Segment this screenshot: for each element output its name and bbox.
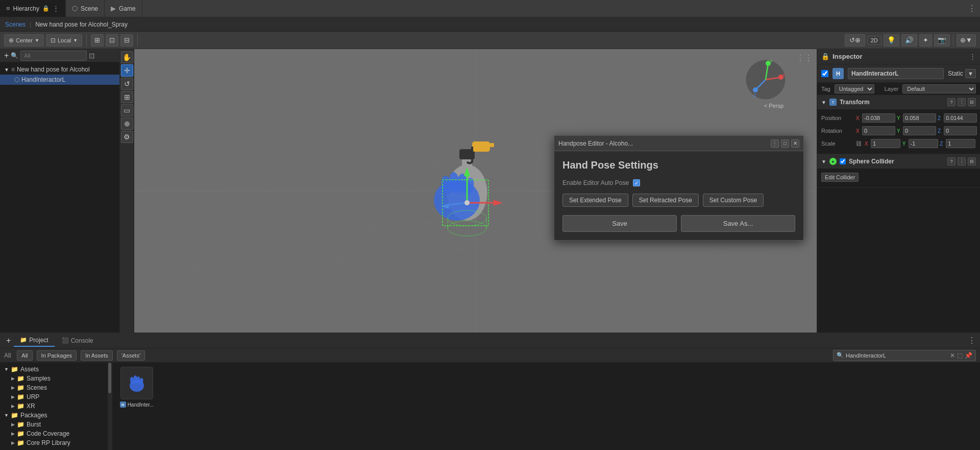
handpose-maximize-btn[interactable]: □	[781, 139, 789, 148]
pos-x-input[interactable]	[862, 113, 895, 123]
scroll-indicator[interactable]	[108, 363, 112, 450]
local-dropdown[interactable]: ⊡ Local ▼	[46, 34, 82, 46]
handpose-menu-btn[interactable]: ⋮	[771, 139, 779, 148]
tree-item-urp[interactable]: ▶ 📁 URP	[0, 392, 112, 401]
pos-z-input[interactable]	[944, 113, 977, 123]
object-name-input[interactable]	[848, 68, 944, 79]
scale-link-icon[interactable]: ⛓	[856, 140, 863, 147]
static-dropdown[interactable]: ▼	[965, 69, 976, 78]
tab-game[interactable]: ▶ Game	[105, 0, 142, 17]
custom-tool-btn[interactable]: ⚙	[121, 131, 133, 143]
project-search-input[interactable]	[846, 352, 948, 359]
menu-icon-hierarchy[interactable]: ⋮	[53, 5, 59, 12]
tree-item-scenes[interactable]: ▶ 📁 Scenes	[0, 383, 112, 392]
inspector-menu-icon[interactable]: ⋮	[969, 53, 976, 60]
search-pin-btn[interactable]: 📌	[965, 352, 972, 359]
scale-z-input[interactable]	[946, 139, 975, 148]
scene-tab-label: Scene	[81, 5, 98, 12]
scene-options-icon[interactable]: ⋮⋮	[796, 53, 813, 63]
collider-more[interactable]: ⊟	[968, 157, 976, 165]
tab-console[interactable]: ⬛ Console	[56, 335, 100, 346]
set-custom-pose-btn[interactable]: Set Custom Pose	[703, 194, 764, 207]
rect-tool-btn[interactable]: ▭	[121, 104, 133, 116]
tree-item-coverage[interactable]: ▶ 📁 Code Coverage	[0, 429, 112, 438]
grid-toggle[interactable]: ⊞	[91, 34, 104, 46]
asset-preview-svg	[124, 370, 150, 396]
collider-collapse: ▼	[821, 159, 826, 164]
tab-hierarchy[interactable]: ≡ Hierarchy 🔒 ⋮	[0, 0, 66, 17]
scale-x-input[interactable]	[871, 139, 900, 148]
toolbar-sep3	[953, 34, 953, 46]
tag-select[interactable]: Untagged	[835, 84, 874, 93]
bottom-menu-icon[interactable]: ⋮	[968, 336, 976, 345]
lock-inspector-icon[interactable]: 🔒	[821, 53, 829, 60]
add-bottom-btn[interactable]: +	[4, 336, 13, 345]
layer-select[interactable]: Default	[902, 84, 976, 93]
rot-z-input[interactable]	[944, 126, 977, 135]
audio-btn[interactable]: 🔊	[901, 34, 917, 46]
move-tool-btn[interactable]: ✛	[121, 64, 133, 77]
tree-item-xr[interactable]: ▶ 📁 XR	[0, 401, 112, 411]
asset-item-handinteractor[interactable]: H HandInter...	[116, 367, 157, 446]
snap-settings[interactable]: ⊡	[106, 34, 118, 46]
collider-help[interactable]: ?	[947, 157, 955, 165]
search-filter-assets[interactable]: In Assets	[81, 350, 113, 361]
hierarchy-search-input[interactable]	[20, 51, 87, 61]
tab-scene[interactable]: ⬡ Scene	[66, 0, 105, 17]
handpose-titlebar[interactable]: Handpose Editor - Alcoho... ⋮ □ ✕	[554, 136, 803, 151]
tab-project[interactable]: 📁 Project	[14, 335, 54, 347]
camera-btn[interactable]: 📷	[934, 34, 950, 46]
light-btn[interactable]: 💡	[884, 34, 899, 46]
transform-header[interactable]: ▼ T Transform ? ⋮ ⊟	[817, 95, 980, 109]
effects-btn[interactable]: ✦	[919, 34, 932, 46]
snap-toggle[interactable]: ⊟	[120, 34, 133, 46]
tree-item-corerplib[interactable]: ▶ 📁 Core RP Library	[0, 438, 112, 447]
rot-x-input[interactable]	[862, 126, 895, 135]
scenes-link[interactable]: Scenes	[5, 21, 26, 28]
handpose-close-btn[interactable]: ✕	[791, 139, 799, 148]
object-active-checkbox[interactable]	[821, 70, 828, 77]
search-filter-packages[interactable]: In Packages	[37, 350, 77, 361]
rotate-tool-btn[interactable]: ↺	[121, 78, 133, 90]
toolbar-sep2	[137, 34, 138, 46]
search-filter-all[interactable]: All	[17, 350, 32, 361]
tree-item-assets[interactable]: ▼ 📁 Assets	[0, 365, 112, 374]
scale-y-input[interactable]	[909, 139, 938, 148]
tree-item-burst[interactable]: ▶ 📁 Burst	[0, 420, 112, 429]
auto-pose-checkbox[interactable]: ✓	[633, 179, 640, 186]
hierarchy-scene-item[interactable]: ▼ ≡ New hand pose for Alcohol	[0, 64, 119, 75]
hand-tool-btn[interactable]: ✋	[121, 51, 133, 63]
2d-btn[interactable]: 2D	[867, 36, 881, 45]
transform-help[interactable]: ?	[947, 98, 955, 106]
scale-y-label: Y	[902, 141, 908, 147]
collider-active-checkbox[interactable]	[840, 158, 846, 164]
search-expand-btn[interactable]: ⬚	[957, 352, 963, 359]
save-as-btn[interactable]: Save As...	[681, 215, 795, 232]
rot-y-input[interactable]	[903, 126, 936, 135]
tree-item-packages[interactable]: ▼ 📁 Packages	[0, 411, 112, 420]
search-clear-btn[interactable]: ✕	[950, 352, 955, 359]
scene-name: New hand pose for Alcohol_Spray	[35, 21, 128, 28]
hierarchy-filter-btn[interactable]: ⊡	[89, 52, 95, 60]
center-dropdown[interactable]: ⊕ Center ▼	[4, 34, 44, 46]
samples-label: Samples	[27, 375, 51, 382]
sphere-collider-header[interactable]: ▼ ● Sphere Collider ? ⋮ ⊟	[817, 154, 980, 169]
save-btn[interactable]: Save	[562, 215, 677, 232]
gizmo-btn[interactable]: ⊕▼	[957, 34, 976, 46]
rotate-view-btn[interactable]: ↺⊕	[845, 34, 865, 46]
transform-options[interactable]: ⋮	[958, 98, 966, 106]
hierarchy-object-item[interactable]: ⬡ HandInteractorL	[0, 75, 119, 85]
scale-tool-btn[interactable]: ⊞	[121, 91, 133, 103]
search-filter-quoted-assets[interactable]: 'Assets'	[117, 350, 145, 361]
pos-y-input[interactable]	[903, 113, 936, 123]
inspector-title: Inspector	[832, 53, 863, 60]
tree-item-samples[interactable]: ▶ 📁 Samples	[0, 374, 112, 383]
transform-tool-btn[interactable]: ⊕	[121, 117, 133, 130]
collider-options[interactable]: ⋮	[958, 157, 966, 165]
set-extended-pose-btn[interactable]: Set Extended Pose	[562, 194, 628, 207]
transform-more[interactable]: ⊟	[968, 98, 976, 106]
edit-collider-btn[interactable]: Edit Collider	[821, 173, 859, 182]
add-object-btn[interactable]: +	[4, 51, 9, 60]
scene-menu-icon[interactable]: ⋮	[968, 4, 976, 13]
set-retracted-pose-btn[interactable]: Set Retracted Pose	[632, 194, 699, 207]
